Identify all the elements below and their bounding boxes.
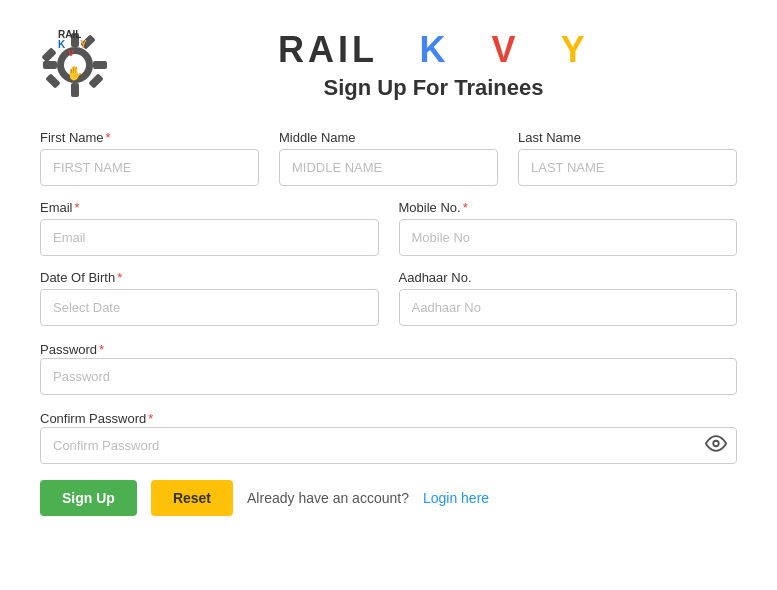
email-group: Email* [40, 200, 379, 256]
svg-point-15 [713, 440, 719, 446]
aadhaar-label: Aadhaar No. [399, 270, 738, 285]
logo-icon: K V Y ✋ RAIL [30, 20, 120, 110]
middle-name-label: Middle Name [279, 130, 498, 145]
signup-form: First Name* Middle Name Last Name [30, 130, 747, 516]
login-link[interactable]: Login here [423, 490, 489, 506]
last-name-input[interactable] [518, 149, 737, 186]
first-name-input[interactable] [40, 149, 259, 186]
last-name-group: Last Name [518, 130, 737, 186]
first-name-group: First Name* [40, 130, 259, 186]
brand-title: RAIL K V Y [120, 29, 747, 71]
svg-rect-5 [43, 61, 57, 69]
header: K V Y ✋ RAIL RAIL K V Y [30, 20, 747, 110]
svg-text:✋: ✋ [66, 65, 84, 82]
password-label: Password* [40, 342, 104, 357]
signup-button[interactable]: Sign Up [40, 480, 137, 516]
aadhaar-group: Aadhaar No. [399, 270, 738, 326]
svg-rect-3 [71, 83, 79, 97]
dob-required: * [117, 270, 122, 285]
first-name-required: * [106, 130, 111, 145]
page-container: K V Y ✋ RAIL RAIL K V Y [0, 0, 777, 590]
svg-rect-4 [93, 61, 107, 69]
svg-text:K: K [58, 39, 66, 50]
logo-area: K V Y ✋ RAIL [30, 20, 120, 110]
account-text: Already have an account? [247, 490, 409, 506]
confirm-password-input[interactable] [40, 427, 737, 464]
email-input[interactable] [40, 219, 379, 256]
brand-y-text: Y [561, 29, 589, 70]
confirm-password-required: * [148, 411, 153, 426]
mobile-input[interactable] [399, 219, 738, 256]
svg-rect-7 [41, 47, 57, 63]
first-name-label: First Name* [40, 130, 259, 145]
reset-button[interactable]: Reset [151, 480, 233, 516]
dob-label: Date Of Birth* [40, 270, 379, 285]
middle-name-input[interactable] [279, 149, 498, 186]
svg-text:Y: Y [80, 39, 87, 50]
dob-aadhaar-row: Date Of Birth* Aadhaar No. [40, 270, 737, 326]
dob-input[interactable] [40, 289, 379, 326]
confirm-password-row: Confirm Password* [40, 409, 737, 464]
password-row: Password* [40, 340, 737, 395]
email-required: * [75, 200, 80, 215]
page-subtitle: Sign Up For Trainees [120, 75, 747, 101]
email-mobile-row: Email* Mobile No.* [40, 200, 737, 256]
dob-group: Date Of Birth* [40, 270, 379, 326]
svg-text:V: V [68, 48, 74, 58]
toggle-password-icon[interactable] [705, 432, 727, 459]
brand-v-text: V [491, 29, 519, 70]
name-row: First Name* Middle Name Last Name [40, 130, 737, 186]
svg-text:RAIL: RAIL [58, 29, 81, 40]
password-required: * [99, 342, 104, 357]
password-input[interactable] [40, 358, 737, 395]
brand-k-text: K [419, 29, 449, 70]
svg-rect-9 [45, 73, 61, 89]
brand-rail-text: RAIL [278, 29, 377, 70]
mobile-label: Mobile No.* [399, 200, 738, 215]
last-name-label: Last Name [518, 130, 737, 145]
svg-rect-8 [88, 73, 104, 89]
confirm-password-label: Confirm Password* [40, 411, 153, 426]
email-label: Email* [40, 200, 379, 215]
header-title-area: RAIL K V Y Sign Up For Trainees [120, 29, 747, 101]
middle-name-group: Middle Name [279, 130, 498, 186]
mobile-required: * [463, 200, 468, 215]
aadhaar-input[interactable] [399, 289, 738, 326]
button-row: Sign Up Reset Already have an account? L… [40, 480, 737, 516]
confirm-password-wrapper [40, 427, 737, 464]
mobile-group: Mobile No.* [399, 200, 738, 256]
